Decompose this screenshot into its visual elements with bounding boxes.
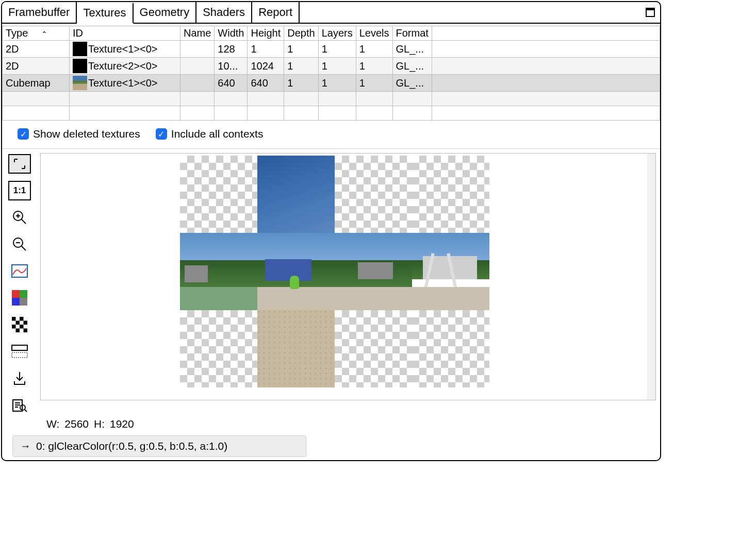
arrow-right-icon: →	[20, 440, 31, 452]
texture-table[interactable]: Type ⌃ ID Name Width Height Depth Layers…	[2, 26, 660, 121]
svg-rect-23	[12, 345, 27, 350]
cell-filler	[432, 58, 660, 75]
actual-size-button[interactable]: 1:1	[8, 181, 31, 200]
cell-layers: 1	[318, 41, 356, 58]
checker-background-button[interactable]	[8, 315, 31, 334]
cubemap-face-bottom	[257, 310, 335, 387]
tab-textures[interactable]: Textures	[77, 3, 133, 24]
cell-levels: 1	[356, 75, 392, 92]
cubemap-empty	[335, 310, 412, 387]
svg-rect-16	[20, 317, 24, 321]
include-all-contexts-checkbox[interactable]: ✓ Include all contexts	[156, 128, 264, 140]
cubemap-empty	[335, 156, 412, 233]
cubemap-empty	[412, 310, 489, 387]
cubemap-empty	[412, 156, 489, 233]
col-width[interactable]: Width	[215, 26, 248, 41]
cell-name	[180, 58, 215, 75]
texture-table-wrap: Type ⌃ ID Name Width Height Depth Layers…	[2, 24, 660, 121]
tab-spacer	[300, 2, 640, 23]
zoom-in-button[interactable]	[8, 208, 31, 227]
cell-depth: 1	[284, 41, 318, 58]
table-row[interactable]: 2DTexture<2><0>10...1024111GL_...	[3, 58, 660, 75]
dim-h-value: 1920	[110, 418, 134, 430]
cell-type: 2D	[3, 41, 70, 58]
cell-id: Texture<1><0>	[70, 75, 180, 92]
table-row[interactable]: CubemapTexture<1><0>640640111GL_...	[3, 75, 660, 92]
svg-rect-13	[20, 298, 27, 306]
col-format[interactable]: Format	[392, 26, 432, 41]
svg-rect-11	[20, 290, 27, 298]
svg-line-30	[25, 410, 27, 412]
col-id[interactable]: ID	[70, 26, 180, 41]
filter-checkboxes: ✓ Show deleted textures ✓ Include all co…	[2, 121, 660, 149]
cell-filler	[432, 41, 660, 58]
preview-toolbar: 1:1	[6, 153, 33, 415]
cubemap-empty	[180, 310, 257, 387]
svg-rect-15	[12, 317, 16, 321]
show-deleted-label: Show deleted textures	[33, 128, 140, 140]
cell-levels: 1	[356, 41, 392, 58]
tab-shaders[interactable]: Shaders	[196, 2, 252, 23]
svg-rect-10	[12, 290, 20, 298]
sort-ascending-icon: ⌃	[41, 30, 47, 38]
table-row-empty	[3, 106, 660, 121]
svg-rect-1	[646, 8, 654, 10]
cell-height: 1	[248, 41, 284, 58]
cubemap-face-back	[412, 233, 489, 310]
histogram-button[interactable]	[8, 261, 31, 281]
table-header-row: Type ⌃ ID Name Width Height Depth Layers…	[3, 26, 660, 41]
texture-thumb-icon	[73, 42, 87, 56]
col-height[interactable]: Height	[248, 26, 284, 41]
table-row[interactable]: 2DTexture<1><0>1281111GL_...	[3, 41, 660, 58]
tab-bar: Framebuffer Textures Geometry Shaders Re…	[2, 2, 660, 24]
include-all-label: Include all contexts	[171, 128, 264, 140]
texture-preview-canvas[interactable]	[40, 153, 656, 400]
cubemap-face-front	[257, 233, 335, 310]
col-levels[interactable]: Levels	[356, 26, 392, 41]
inspect-button[interactable]	[8, 395, 31, 415]
cell-height: 1024	[248, 58, 284, 75]
cubemap-cross	[180, 156, 489, 387]
col-type-label: Type	[6, 27, 28, 39]
tab-framebuffer[interactable]: Framebuffer	[2, 2, 77, 23]
cell-width: 128	[215, 41, 248, 58]
cubemap-empty	[180, 156, 257, 233]
texture-thumb-icon	[73, 76, 87, 90]
texture-thumb-icon	[73, 59, 87, 73]
cell-width: 10...	[215, 58, 248, 75]
svg-line-7	[22, 246, 26, 250]
status-text: 0: glClearColor(r:0.5, g:0.5, b:0.5, a:1…	[36, 440, 227, 452]
maximize-icon[interactable]	[640, 2, 660, 23]
svg-rect-19	[12, 325, 16, 329]
svg-rect-21	[16, 329, 20, 333]
svg-line-3	[22, 219, 26, 224]
zoom-out-button[interactable]	[8, 234, 31, 254]
status-bar: → 0: glClearColor(r:0.5, g:0.5, b:0.5, a…	[12, 435, 306, 457]
flip-vertical-button[interactable]	[8, 342, 31, 361]
dim-h-label: H:	[94, 418, 105, 430]
tab-report[interactable]: Report	[252, 2, 300, 23]
svg-rect-18	[24, 321, 28, 325]
show-deleted-checkbox[interactable]: ✓ Show deleted textures	[18, 128, 140, 140]
cell-id: Texture<2><0>	[70, 58, 180, 75]
zoom-fit-button[interactable]	[8, 154, 31, 174]
tab-geometry[interactable]: Geometry	[134, 2, 197, 23]
col-depth[interactable]: Depth	[284, 26, 318, 41]
cell-width: 640	[215, 75, 248, 92]
gpu-debugger-panel: Framebuffer Textures Geometry Shaders Re…	[1, 1, 661, 461]
cell-depth: 1	[284, 58, 318, 75]
svg-rect-12	[12, 298, 20, 306]
vertical-scrollbar[interactable]	[647, 154, 655, 400]
cell-format: GL_...	[392, 41, 432, 58]
cell-name	[180, 41, 215, 58]
cell-format: GL_...	[392, 75, 432, 92]
cell-name	[180, 75, 215, 92]
cell-type: 2D	[3, 58, 70, 75]
save-button[interactable]	[8, 368, 31, 388]
color-channels-button[interactable]	[8, 288, 31, 308]
col-layers[interactable]: Layers	[318, 26, 356, 41]
cell-depth: 1	[284, 75, 318, 92]
svg-rect-22	[24, 329, 28, 333]
col-type[interactable]: Type ⌃	[3, 26, 70, 41]
col-name[interactable]: Name	[180, 26, 215, 41]
